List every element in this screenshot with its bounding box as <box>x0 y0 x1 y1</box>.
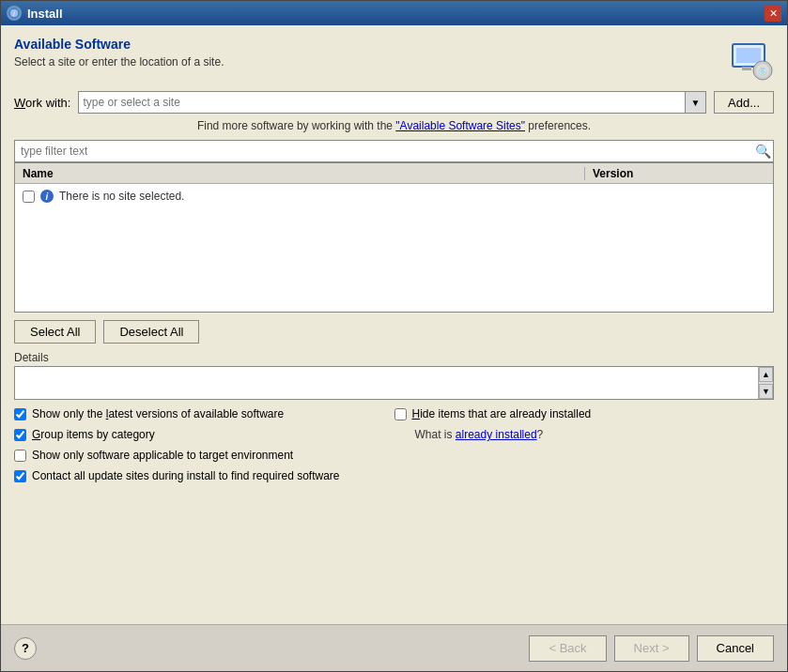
install-window: i Install ✕ Available Software Select a … <box>0 0 788 672</box>
checkbox-col-right: Hide items that are already installed Wh… <box>394 407 775 482</box>
svg-rect-4 <box>742 67 751 70</box>
contact-update-sites-row: Contact all update sites during install … <box>14 469 394 482</box>
show-applicable-label: Show only software applicable to target … <box>32 449 293 462</box>
already-installed-link[interactable]: already installed <box>456 428 537 441</box>
scroll-down-arrow[interactable]: ▼ <box>759 384 773 399</box>
svg-rect-3 <box>736 48 761 63</box>
find-more-row: Find more software by working with the "… <box>14 119 774 132</box>
checkbox-col-left: Show only the latest versions of availab… <box>14 407 394 482</box>
filter-icon: 🔍 <box>752 141 773 161</box>
what-is-prefix: What is <box>415 428 456 441</box>
table-header: Name Version <box>15 163 773 184</box>
work-with-combo[interactable]: ▼ <box>78 91 706 114</box>
hide-installed-checkbox[interactable] <box>394 408 407 420</box>
show-latest-checkbox[interactable] <box>14 408 26 420</box>
table-row: i There is no site selected. <box>23 188 765 205</box>
bottom-bar: ? < Back Next > Cancel <box>1 624 787 671</box>
cancel-button[interactable]: Cancel <box>697 635 774 662</box>
available-software-sites-link[interactable]: "Available Software Sites" <box>395 119 525 132</box>
header-icon: 💿 <box>729 37 774 82</box>
content-area: Available Software Select a site or ente… <box>1 25 787 624</box>
back-button[interactable]: < Back <box>529 635 606 662</box>
info-icon: i <box>40 190 54 203</box>
combo-dropdown-arrow[interactable]: ▼ <box>685 92 705 113</box>
available-software-title: Available Software <box>14 37 224 52</box>
what-is-suffix: ? <box>537 428 544 441</box>
add-button[interactable]: Add... <box>714 91 774 114</box>
work-with-input[interactable] <box>79 92 685 113</box>
show-latest-row: Show only the latest versions of availab… <box>14 407 394 420</box>
select-buttons-row: Select All Deselect All <box>14 313 774 351</box>
deselect-all-button[interactable]: Deselect All <box>103 320 199 344</box>
row-label: There is no site selected. <box>59 190 184 203</box>
title-bar: i Install ✕ <box>1 1 787 25</box>
group-by-category-row: Group items by category <box>14 428 394 441</box>
find-more-prefix: Find more software by working with the <box>197 119 395 132</box>
find-more-suffix: preferences. <box>525 119 591 132</box>
bottom-left: ? <box>14 637 37 660</box>
filter-input[interactable] <box>15 141 752 161</box>
col-version-header: Version <box>585 167 773 180</box>
row-checkbox[interactable] <box>23 191 35 203</box>
details-section: Details ▲ ▼ <box>14 351 774 400</box>
close-button[interactable]: ✕ <box>765 5 781 22</box>
scroll-up-arrow[interactable]: ▲ <box>759 367 773 382</box>
svg-text:💿: 💿 <box>758 67 767 76</box>
group-by-category-checkbox[interactable] <box>14 429 26 441</box>
already-installed-row: What is already installed? <box>394 428 775 441</box>
contact-update-sites-checkbox[interactable] <box>14 470 26 482</box>
bottom-right: < Back Next > Cancel <box>529 635 774 662</box>
show-applicable-checkbox[interactable] <box>14 450 26 462</box>
app-icon: i <box>7 6 22 21</box>
select-all-button[interactable]: Select All <box>14 320 96 344</box>
window-title: Install <box>27 7 63 21</box>
checkboxes-section: Show only the latest versions of availab… <box>14 407 774 482</box>
details-label: Details <box>14 351 774 364</box>
header-text: Available Software Select a site or ente… <box>14 37 224 69</box>
details-box: ▲ ▼ <box>14 366 774 400</box>
work-with-label: Work with: <box>14 96 70 110</box>
work-with-row: Work with: ▼ Add... <box>14 91 774 114</box>
next-button[interactable]: Next > <box>614 635 689 662</box>
hide-installed-label: Hide items that are already installed <box>412 407 592 420</box>
group-by-category-label: Group items by category <box>32 428 155 441</box>
details-content <box>15 367 758 399</box>
help-button[interactable]: ? <box>14 637 37 660</box>
header-section: Available Software Select a site or ente… <box>14 37 774 82</box>
show-applicable-row: Show only software applicable to target … <box>14 449 394 462</box>
col-name-header: Name <box>15 167 585 180</box>
title-bar-left: i Install <box>7 6 63 21</box>
table-body: i There is no site selected. <box>15 184 773 208</box>
details-scrollbar: ▲ ▼ <box>758 367 773 399</box>
svg-text:i: i <box>13 9 15 18</box>
contact-update-sites-label: Contact all update sites during install … <box>32 469 340 482</box>
hide-installed-row: Hide items that are already installed <box>394 407 775 420</box>
filter-row: 🔍 <box>14 140 774 162</box>
available-software-subtitle: Select a site or enter the location of a… <box>14 55 224 69</box>
show-latest-label: Show only the latest versions of availab… <box>32 407 284 420</box>
software-table: Name Version i There is no site selected… <box>14 162 774 313</box>
